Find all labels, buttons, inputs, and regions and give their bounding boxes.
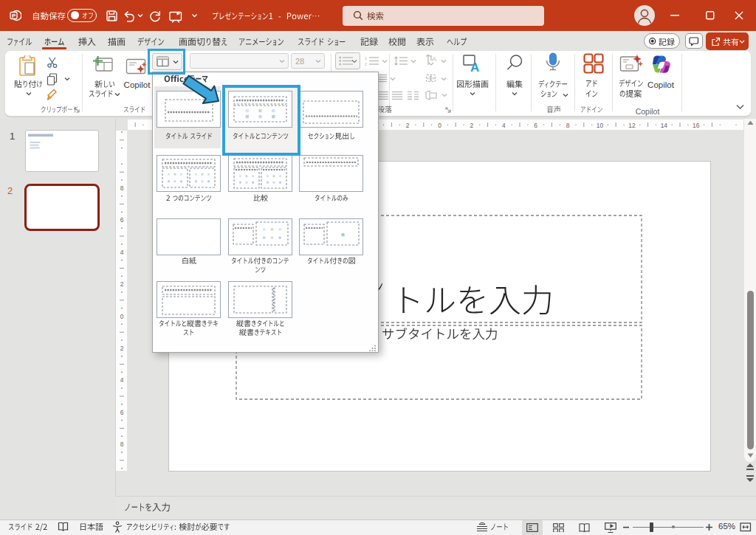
svg-text:2: 2 xyxy=(365,62,367,66)
svg-text:6: 6 xyxy=(120,409,124,416)
svg-text:8: 8 xyxy=(120,441,124,448)
svg-text:1: 1 xyxy=(365,56,367,61)
svg-text:2: 2 xyxy=(120,280,124,288)
svg-text:4: 4 xyxy=(502,122,506,129)
svg-text:2: 2 xyxy=(406,122,410,129)
svg-text:A: A xyxy=(470,61,479,73)
svg-text:16: 16 xyxy=(693,122,700,129)
svg-text:4: 4 xyxy=(120,249,124,256)
svg-text:4: 4 xyxy=(120,376,124,384)
svg-text:6: 6 xyxy=(534,122,537,129)
svg-text:6: 6 xyxy=(120,216,124,224)
svg-text:0: 0 xyxy=(120,313,124,320)
svg-text:14: 14 xyxy=(661,122,668,129)
svg-text:8: 8 xyxy=(566,122,570,129)
svg-text:8: 8 xyxy=(120,184,124,192)
svg-text:A: A xyxy=(432,55,436,63)
svg-text:12: 12 xyxy=(628,122,636,129)
svg-text:2: 2 xyxy=(120,345,124,352)
svg-text:2: 2 xyxy=(470,122,474,129)
svg-text:0: 0 xyxy=(438,122,441,129)
svg-text:10: 10 xyxy=(597,122,604,129)
svg-text:P: P xyxy=(12,13,16,19)
